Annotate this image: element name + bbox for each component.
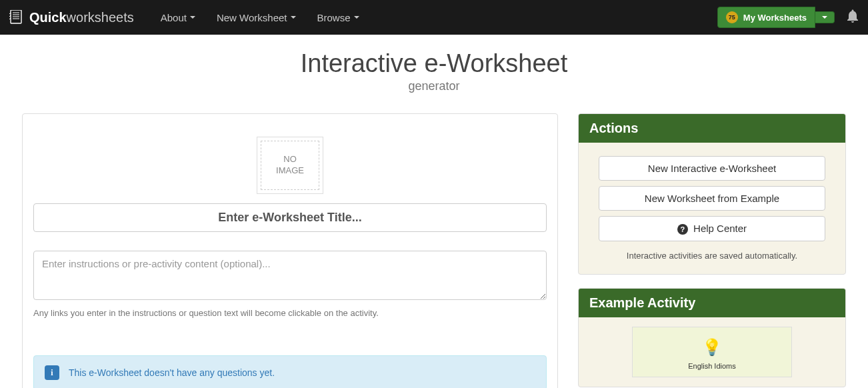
alert-message: This e-Worksheet doesn't have any questi… — [69, 367, 275, 378]
links-help-text: Any links you enter in the instructions … — [33, 308, 547, 318]
worksheet-editor-panel: NO IMAGE Any links you enter in the inst… — [22, 113, 558, 388]
empty-questions-alert: i This e-Worksheet doesn't have any ques… — [33, 355, 547, 388]
page-subtitle: generator — [0, 79, 868, 93]
example-title: English Idioms — [688, 362, 736, 370]
help-center-button[interactable]: ? Help Center — [599, 216, 825, 241]
example-activity-card[interactable]: 💡 English Idioms — [632, 327, 792, 377]
document-icon — [9, 10, 25, 25]
nav-new-worksheet[interactable]: New Worksheet — [209, 7, 304, 29]
brand-text-bold: Quick — [29, 10, 67, 25]
nav-menu: About New Worksheet Browse — [153, 7, 367, 29]
info-icon: i — [45, 365, 59, 380]
actions-panel: Actions New Interactive e-Worksheet New … — [578, 113, 846, 275]
page-title: Interactive e-Worksheet — [0, 49, 868, 78]
instructions-textarea[interactable] — [33, 251, 547, 300]
brand-text-light: worksheets — [67, 10, 134, 25]
navbar: Quickworksheets About New Worksheet Brow… — [0, 0, 868, 35]
lightbulb-icon: 💡 — [702, 339, 722, 355]
my-worksheets-group: 75 My Worksheets — [717, 7, 835, 28]
my-worksheets-label: My Worksheets — [743, 13, 807, 23]
worksheet-title-input[interactable] — [33, 203, 547, 232]
chevron-down-icon — [822, 16, 827, 19]
help-icon: ? — [677, 224, 688, 235]
my-worksheets-dropdown[interactable] — [815, 11, 835, 23]
chevron-down-icon — [190, 16, 195, 19]
nav-about[interactable]: About — [153, 7, 203, 29]
my-worksheets-button[interactable]: 75 My Worksheets — [717, 7, 815, 28]
new-from-example-button[interactable]: New Worksheet from Example — [599, 186, 825, 211]
image-upload-placeholder[interactable]: NO IMAGE — [257, 137, 323, 194]
autosave-note: Interactive activities are saved automat… — [599, 251, 825, 261]
worksheet-count-badge: 75 — [726, 11, 738, 23]
brand-logo[interactable]: Quickworksheets — [9, 10, 134, 25]
actions-header: Actions — [579, 114, 845, 143]
new-interactive-worksheet-button[interactable]: New Interactive e-Worksheet — [599, 156, 825, 181]
nav-browse[interactable]: Browse — [309, 7, 367, 29]
notifications-icon[interactable] — [847, 9, 859, 26]
example-activity-panel: Example Activity 💡 English Idioms — [578, 288, 846, 387]
chevron-down-icon — [291, 16, 296, 19]
chevron-down-icon — [354, 16, 359, 19]
page-header: Interactive e-Worksheet generator — [0, 35, 868, 113]
example-header: Example Activity — [579, 289, 845, 317]
